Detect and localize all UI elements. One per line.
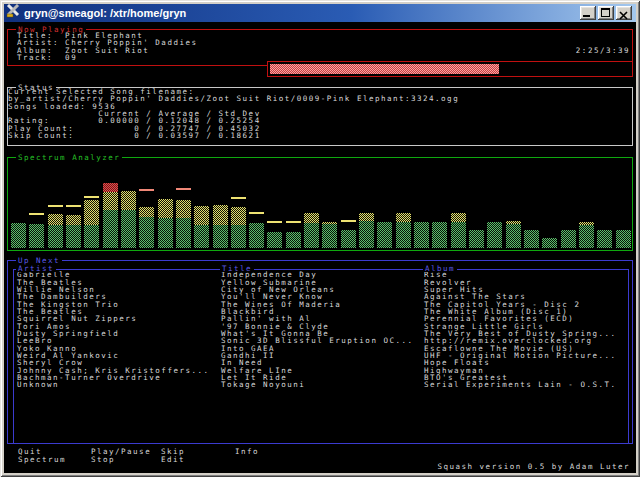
spectrum-bar-segment [506,224,521,248]
menu-item-edit[interactable]: Edit [161,456,185,463]
spectrum-bar-segment [66,225,81,248]
menu-item-stop[interactable]: Stop [91,456,115,463]
spectrum-bar-segment [158,218,173,248]
spectrum-bar-segment [194,225,209,248]
peak-marker [176,188,191,190]
spectrum-bar-segment [249,223,264,248]
spectrum-bar-segment [616,230,631,248]
spectrum-bar [48,214,63,248]
spectrum-bar [597,230,612,248]
spectrum-bar [66,215,81,248]
maximize-icon [601,8,610,17]
up-next-panel: Up Next Artist Title Album GabrielleInde… [7,260,633,444]
up-next-row[interactable]: UnknownTokage NoyouniSerial Experiments … [8,381,632,389]
peak-marker [267,221,282,223]
spectrum-bar-segment [469,230,484,248]
up-next-list: GabrielleIndependence DayRiseThe Beatles… [8,261,632,443]
spectrum-bar-segment [48,214,63,225]
spectrum-bar [487,222,502,248]
spectrum-bar-segment [194,206,209,225]
spectrum-analyzer-panel: Spectrum Analyzer [7,157,633,251]
window-title: gryn@smeagol: /xtr/home/gryn [24,7,186,19]
progress-bar[interactable] [267,61,633,77]
spectrum-bar [616,230,631,248]
spectrum-bar-segment [103,183,118,192]
progress-fill [270,64,499,74]
spectrum-bar-segment [414,222,429,248]
terminal-screen: Now Playing Title: Pink Elephant Artist:… [4,22,636,473]
peak-marker [48,205,63,207]
cell-album: Serial Experiments Lain - O.S.T. [424,381,617,388]
spectrum-bar [341,230,356,248]
spectrum-bar-segment [121,210,136,248]
window-icon[interactable] [6,4,20,22]
close-icon [619,8,628,23]
spectrum-bar [377,222,392,248]
cell-title: Tokage Noyouni [221,381,305,388]
spectrum-bar-segment [176,200,191,218]
spectrum-bar-segment [176,218,191,248]
spectrum-bar [286,232,301,248]
maximize-button[interactable] [598,6,614,20]
spectrum-bar-segment [487,222,502,248]
spectrum-bar [561,230,576,248]
column-header-title: Title [220,265,254,272]
spectrum-bar-segment [139,217,154,248]
spectrum-bar-segment [322,224,337,248]
peak-marker [249,212,264,214]
peak-marker [286,221,301,223]
spectrum-bar-segment [48,225,63,248]
spectrum-bar [213,205,228,248]
spectrum-bar-segment [103,192,118,210]
spectrum-bar-segment [561,230,576,248]
minimize-button[interactable] [580,6,596,20]
spectrum-bar-segment [213,205,228,225]
spectrum-bar [451,213,466,248]
column-header-artist: Artist [16,265,56,272]
spectrum-bar-segment [377,222,392,248]
peak-marker [231,197,246,199]
spectrum-bar [267,232,282,248]
spectrum-bar-segment [451,213,466,222]
minimize-icon [583,15,590,17]
spectrum-bar [396,213,411,248]
spectrum-bar-segment [359,213,374,221]
peak-marker [29,213,44,215]
spectrum-bar-segment [304,213,319,223]
spectrum-bar [121,191,136,248]
peak-marker [341,220,356,222]
spectrum-bar [322,222,337,248]
spectrum-bar-segment [84,200,99,225]
spectrum-bar-segment [524,230,539,248]
spectrum-bar [103,183,118,248]
spectrum-bar-segment [158,199,173,218]
spectrum-bar [579,222,594,248]
spectrum-bar [506,221,521,248]
spectrum-bar [194,206,209,248]
spectrum-bar [304,213,319,248]
spectrum-bar [176,200,191,248]
menu-item-spectrum[interactable]: Spectrum [18,456,66,463]
version-text: Squash version 0.5 by Adam Luter [438,463,631,470]
status-lines: Current Selected Song filename: by_artis… [8,88,459,139]
spectrum-bar-segment [84,225,99,248]
spectrum-bars [8,158,632,250]
spectrum-bar [158,199,173,248]
peak-marker [66,205,81,207]
status-panel: Status Current Selected Song filename: b… [7,87,633,146]
spectrum-bar [359,213,374,248]
spectrum-bar-segment [542,238,557,248]
spectrum-bar-segment [11,223,26,248]
window-titlebar[interactable]: gryn@smeagol: /xtr/home/gryn [4,4,636,22]
close-button[interactable] [616,6,632,20]
peak-marker [84,196,99,198]
spectrum-bar-segment [29,224,44,248]
spectrum-bar-segment [341,230,356,248]
spectrum-bar-segment [267,232,282,248]
menu-item-info[interactable]: Info [235,448,259,455]
spectrum-bar [414,222,429,248]
spectrum-bar [524,230,539,248]
spectrum-bar-segment [451,222,466,248]
now-playing-lines: Title: Pink Elephant Artist: Cherry Popp… [17,32,197,61]
spectrum-bar-segment [432,222,447,248]
